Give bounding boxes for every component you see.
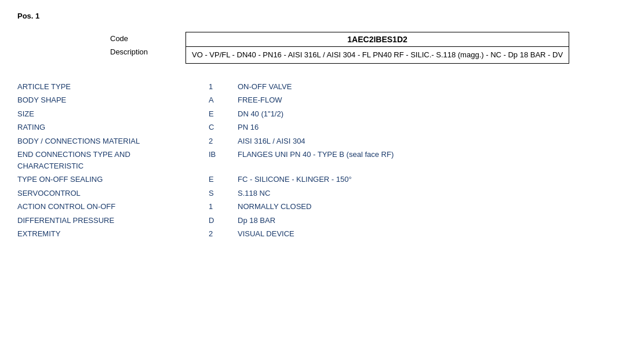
char-desc: NORMALLY CLOSED [238, 201, 627, 213]
code-labels: Code Description [110, 32, 168, 64]
code-section: Code Description 1AEC2IBES1D2 VO - VP/FL… [110, 32, 627, 64]
char-desc: FREE-FLOW [238, 94, 627, 106]
characteristics-section: ARTICLE TYPE1ON-OFF VALVEBODY SHAPEAFREE… [17, 81, 627, 240]
code-value: 1AEC2IBES1D2 [186, 32, 569, 47]
char-code: 1 [203, 201, 238, 213]
char-name: END CONNECTIONS TYPE AND CHARACTERISTIC [17, 149, 203, 171]
table-row: BODY / CONNECTIONS MATERIAL2AISI 316L / … [17, 136, 627, 147]
char-code: A [203, 94, 238, 106]
char-desc: FC - SILICONE - KLINGER - 150° [238, 174, 627, 185]
char-name: BODY SHAPE [17, 94, 203, 106]
code-box: 1AEC2IBES1D2 VO - VP/FL - DN40 - PN16 - … [185, 32, 569, 64]
char-desc: ON-OFF VALVE [238, 81, 627, 93]
char-name: SERVOCONTROL [17, 188, 203, 199]
char-desc: VISUAL DEVICE [238, 228, 627, 240]
char-name: SIZE [17, 108, 203, 120]
char-desc: DN 40 (1"1/2) [238, 108, 627, 120]
table-row: TYPE ON-OFF SEALINGEFC - SILICONE - KLIN… [17, 174, 627, 185]
char-name: EXTREMITY [17, 228, 203, 240]
description-label: Description [110, 45, 168, 58]
char-name: RATING [17, 122, 203, 133]
table-row: DIFFERENTIAL PRESSUREDDp 18 BAR [17, 215, 627, 226]
char-desc: S.118 NC [238, 188, 627, 199]
char-code: E [203, 108, 238, 120]
char-code: S [203, 188, 238, 199]
table-row: SERVOCONTROLSS.118 NC [17, 188, 627, 199]
char-name: BODY / CONNECTIONS MATERIAL [17, 136, 203, 147]
code-label: Code [110, 32, 168, 45]
table-row: ARTICLE TYPE1ON-OFF VALVE [17, 81, 627, 93]
char-code: 2 [203, 136, 238, 147]
char-code: E [203, 174, 238, 185]
char-name: DIFFERENTIAL PRESSURE [17, 215, 203, 226]
char-desc: FLANGES UNI PN 40 - TYPE B (seal face RF… [238, 149, 627, 160]
char-code: IB [203, 149, 238, 160]
char-desc: PN 16 [238, 122, 627, 133]
char-name: TYPE ON-OFF SEALING [17, 174, 203, 185]
char-code: 2 [203, 228, 238, 240]
table-row: SIZEEDN 40 (1"1/2) [17, 108, 627, 120]
char-desc: Dp 18 BAR [238, 215, 627, 226]
char-code: C [203, 122, 238, 133]
table-row: EXTREMITY2VISUAL DEVICE [17, 228, 627, 240]
char-code: D [203, 215, 238, 226]
char-name: ARTICLE TYPE [17, 81, 203, 93]
table-row: ACTION CONTROL ON-OFF1NORMALLY CLOSED [17, 201, 627, 213]
table-row: BODY SHAPEAFREE-FLOW [17, 94, 627, 106]
table-row: RATINGCPN 16 [17, 122, 627, 133]
pos-title: Pos. 1 [17, 12, 627, 20]
char-desc: AISI 316L / AISI 304 [238, 136, 627, 147]
char-code: 1 [203, 81, 238, 93]
table-row: END CONNECTIONS TYPE AND CHARACTERISTICI… [17, 149, 627, 171]
char-name: ACTION CONTROL ON-OFF [17, 201, 203, 213]
description-value: VO - VP/FL - DN40 - PN16 - AISI 316L / A… [186, 47, 569, 63]
